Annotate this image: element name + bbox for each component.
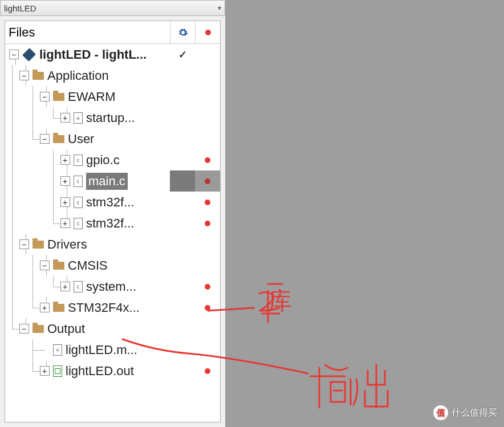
folder-icon xyxy=(32,325,44,333)
node-label: startup... xyxy=(86,111,135,125)
tree-header: Files xyxy=(5,21,220,44)
expander-collapse[interactable]: − xyxy=(40,261,50,270)
expander-expand[interactable]: + xyxy=(60,282,70,291)
tree-row-drivers[interactable]: − Drivers xyxy=(5,234,220,255)
column-settings[interactable] xyxy=(170,21,195,43)
c-file-icon xyxy=(74,218,83,229)
chevron-down-icon[interactable]: ▾ xyxy=(218,4,221,12)
status-dot-icon xyxy=(205,178,210,184)
node-label: Drivers xyxy=(47,237,87,252)
expander-collapse[interactable]: − xyxy=(40,92,50,101)
expander-collapse[interactable]: − xyxy=(9,50,19,59)
gear-icon xyxy=(178,27,188,38)
tree-row-startup[interactable]: + startup... xyxy=(5,107,220,128)
asm-file-icon xyxy=(74,112,83,124)
out-file-icon xyxy=(53,365,62,377)
expander-collapse[interactable]: − xyxy=(19,71,29,80)
status-dot-icon xyxy=(205,305,210,311)
project-label: lightLED - lightL... xyxy=(39,47,147,62)
status-dot-icon xyxy=(205,221,210,226)
tree-row-user[interactable]: − User xyxy=(5,128,220,149)
expander-expand[interactable]: + xyxy=(60,176,70,186)
node-label: main.c xyxy=(86,173,128,190)
folder-icon xyxy=(53,93,64,101)
annotation-lib: 库 xyxy=(268,285,292,317)
tree-row-output[interactable]: − Output xyxy=(5,318,220,339)
node-label: Application xyxy=(47,68,109,83)
folder-icon xyxy=(53,304,64,312)
tree-row-ewarm[interactable]: − EWARM xyxy=(5,86,220,107)
panel-titlebar[interactable]: lightLED ▾ xyxy=(0,0,225,16)
c-file-icon xyxy=(74,154,83,166)
tree-row-stm32f4x[interactable]: + STM32F4x... xyxy=(5,297,220,318)
tree-body: − lightLED - lightL... ✓ − Application xyxy=(5,44,220,381)
status-dot-icon xyxy=(205,157,210,163)
folder-icon xyxy=(53,262,64,270)
expander-collapse[interactable]: − xyxy=(40,134,50,144)
status-dot-icon xyxy=(205,368,210,374)
tree-row-gpio[interactable]: + gpio.c xyxy=(5,149,220,170)
expander-collapse[interactable]: − xyxy=(19,324,29,334)
folder-icon xyxy=(32,72,44,80)
folder-icon xyxy=(32,241,44,249)
c-file-icon xyxy=(74,176,83,187)
panel-title: lightLED xyxy=(4,3,218,13)
expander-expand[interactable]: + xyxy=(40,366,50,376)
status-dot-icon xyxy=(205,200,210,205)
tree-row-stm32f-2[interactable]: + stm32f... xyxy=(5,213,220,234)
node-label: stm32f... xyxy=(86,195,134,210)
project-icon xyxy=(22,47,36,61)
expander-collapse[interactable]: − xyxy=(19,239,29,249)
column-files[interactable]: Files xyxy=(5,25,170,40)
column-status[interactable] xyxy=(195,21,220,43)
tree-row-application[interactable]: − Application xyxy=(5,65,220,86)
status-dot-icon xyxy=(205,284,210,290)
expander-expand[interactable]: + xyxy=(40,303,50,312)
folder-icon xyxy=(53,135,64,143)
node-label: CMSIS xyxy=(68,258,108,273)
status-dot-icon xyxy=(205,30,211,35)
node-label: gpio.c xyxy=(86,153,120,168)
file-tree: Files − lightLED - lightL... ✓ xyxy=(5,21,221,422)
node-label: User xyxy=(68,132,94,147)
c-file-icon xyxy=(74,281,83,292)
c-file-icon xyxy=(74,197,83,208)
node-label: system... xyxy=(86,279,136,294)
node-label: stm32f... xyxy=(86,216,134,231)
tree-row-system[interactable]: + system... xyxy=(5,276,220,297)
check-icon: ✓ xyxy=(178,48,187,61)
tree-row-ledout[interactable]: + lightLED.out xyxy=(5,360,220,381)
tree-row-project[interactable]: − lightLED - lightL... ✓ xyxy=(5,44,220,65)
watermark: 值 什么值得买 xyxy=(433,405,497,420)
tree-row-main[interactable]: + main.c xyxy=(5,170,220,192)
tree-row-ledm[interactable]: lightLED.m... xyxy=(5,339,220,360)
expander-expand[interactable]: + xyxy=(60,113,70,123)
file-explorer-panel: lightLED ▾ Files − lightLED - lightL... … xyxy=(0,0,226,427)
expander-expand[interactable]: + xyxy=(60,218,70,228)
map-file-icon xyxy=(53,344,62,356)
expander-expand[interactable]: + xyxy=(60,197,70,207)
tree-row-stm32f-1[interactable]: + stm32f... xyxy=(5,192,220,213)
node-label: EWARM xyxy=(68,90,116,104)
expander-expand[interactable]: + xyxy=(60,155,70,165)
tree-row-cmsis[interactable]: − CMSIS xyxy=(5,255,220,276)
node-label: lightLED.out xyxy=(66,364,134,379)
node-label: Output xyxy=(47,322,85,336)
watermark-badge: 值 xyxy=(433,405,448,420)
node-label: lightLED.m... xyxy=(66,343,137,357)
watermark-text: 什么值得买 xyxy=(452,407,497,419)
node-label: STM32F4x... xyxy=(68,300,140,315)
